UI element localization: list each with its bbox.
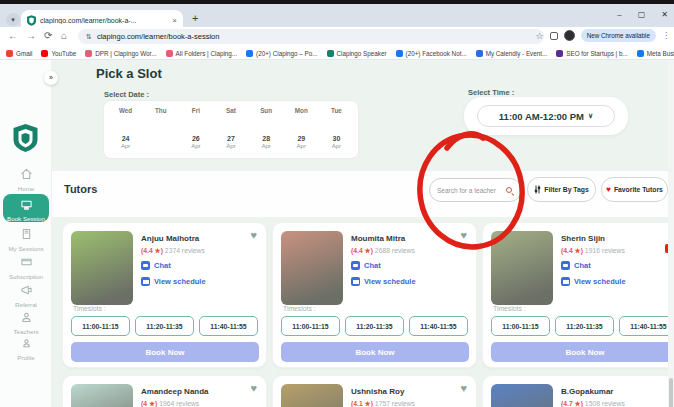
bookmark-star-icon[interactable]: ☆ — [536, 31, 544, 41]
select-time-label: Select Time : — [468, 88, 514, 97]
scrollbar-thumb[interactable] — [669, 378, 673, 407]
bookmark-item[interactable]: (20+) Clapingo – Po... — [246, 50, 317, 57]
timeslot-button[interactable]: 11:20-11:35 — [555, 316, 614, 336]
shield-icon — [327, 50, 334, 57]
calendar-icon — [351, 277, 360, 286]
bookmark-item[interactable]: Clapingo Speaker — [327, 50, 387, 57]
sidebar-item-label: Subscription — [0, 273, 52, 280]
bookmark-label: My Calendly - Event... — [486, 50, 548, 57]
chrome-update-button[interactable]: New Chrome available — [581, 29, 656, 42]
bookmark-item[interactable]: All Folders | Claping... — [166, 50, 237, 57]
bookmarks-bar: Gmail YouTube DPR | Clapingo Wor... All … — [0, 47, 674, 60]
timeslot-button[interactable]: 11:40-11:55 — [409, 316, 468, 336]
bookmark-item[interactable]: SEO for Startups | b... — [556, 50, 627, 57]
calendar-date[interactable]: 24Apr — [108, 135, 143, 150]
favorite-heart-icon[interactable]: ♥ — [250, 382, 257, 394]
favorite-tutors-label: Favorite Tutors — [614, 186, 663, 193]
timeslot-button[interactable]: 11:40-11:55 — [199, 316, 258, 336]
subscription-icon — [21, 256, 32, 268]
bookmark-item[interactable]: (20+) Facebook Not... — [396, 50, 467, 57]
address-bar[interactable]: ⇅ clapingo.com/learner/book-a-session — [78, 29, 544, 44]
view-schedule-link[interactable]: View schedule — [561, 277, 626, 286]
calendar-icon — [141, 277, 150, 286]
bookmark-item[interactable]: DPR | Clapingo Wor... — [85, 50, 156, 57]
calendar-date[interactable]: 26Apr — [178, 135, 213, 150]
sidebar-item-my-sessions[interactable]: My Sessions — [0, 226, 52, 252]
reload-icon[interactable]: ⟳ — [44, 30, 52, 41]
chat-link[interactable]: Chat — [141, 261, 171, 270]
tutor-name: B.Gopakumar — [561, 387, 613, 396]
page-scrollbar[interactable] — [668, 60, 674, 407]
view-schedule-link[interactable]: View schedule — [141, 277, 206, 286]
bookmark-item[interactable]: YouTube — [41, 50, 76, 57]
minimize-button[interactable]: – — [617, 10, 621, 19]
tab-title: clapingo.com/learner/book-a-... — [40, 17, 168, 24]
sidebar-item-home[interactable]: Home — [0, 166, 52, 192]
calendar-date[interactable]: 27Apr — [213, 135, 248, 150]
site-settings-icon[interactable]: ⇅ — [86, 33, 92, 41]
timeslot-button[interactable]: 11:20-11:35 — [135, 316, 194, 336]
chat-link[interactable]: Chat — [561, 261, 591, 270]
bookmark-label: Clapingo Speaker — [337, 50, 387, 57]
profile-avatar[interactable] — [564, 30, 575, 41]
calendar-date[interactable]: 30Apr — [319, 135, 354, 150]
time-dropdown[interactable]: 11:00 AM-12:00 PM ∨ — [477, 105, 615, 127]
view-schedule-link[interactable]: View schedule — [351, 277, 416, 286]
sidebar-item-referral[interactable]: Referral — [0, 282, 52, 308]
date-picker: WedThuFriSatSunMonTue 24Apr 25Apr 26Apr … — [103, 100, 359, 159]
home-icon — [21, 168, 32, 180]
maximize-button[interactable]: ▢ — [638, 10, 646, 19]
tutor-rating: (4 ★) 1964 reviews — [141, 400, 199, 407]
timeslot-button[interactable]: 11:40-11:55 — [619, 316, 674, 336]
tutor-card: ♥ Sherin Sijin (4.4 ★) 1916 reviews Chat… — [482, 222, 674, 368]
favorite-heart-icon[interactable]: ♥ — [460, 229, 467, 241]
extensions-icon[interactable] — [550, 32, 558, 40]
chat-icon — [351, 261, 360, 270]
timeslot-button[interactable]: 11:00-11:15 — [71, 316, 130, 336]
calendar-day-header: Tue — [319, 105, 354, 117]
close-window-button[interactable]: ✕ — [661, 10, 668, 19]
favorite-heart-icon[interactable]: ♥ — [460, 382, 467, 394]
calendar-date[interactable]: 28Apr — [249, 135, 284, 150]
sidebar-item-teachers[interactable]: Teachers — [0, 309, 52, 335]
sidebar-expand-button[interactable]: » — [44, 71, 58, 85]
sidebar-item-profile[interactable]: Profile — [0, 335, 52, 361]
tab-search-button[interactable]: ▾ — [6, 13, 20, 26]
tutor-rating: (4.1 ★) 1757 reviews — [351, 400, 415, 407]
timeslots-label: Timeslots : — [283, 305, 316, 312]
book-now-button[interactable]: Book Now — [491, 342, 674, 362]
doc-icon — [85, 50, 92, 57]
forward-icon[interactable]: → — [26, 30, 36, 41]
search-icon[interactable] — [506, 187, 512, 193]
calendar-date-selected[interactable]: 25Apr — [143, 135, 178, 150]
time-select-card: 11:00 AM-12:00 PM ∨ — [464, 97, 628, 135]
filter-by-tags-button[interactable]: Filter By Tags — [527, 177, 596, 202]
book-now-button[interactable]: Book Now — [71, 342, 259, 362]
facebook-icon — [396, 50, 403, 57]
book-now-button[interactable]: Book Now — [281, 342, 469, 362]
timeslots-label: Timeslots : — [493, 305, 526, 312]
sidebar-item-label: Book Session — [3, 215, 49, 222]
home-nav-icon[interactable]: ⌂ — [61, 30, 67, 41]
bookmark-label: (20+) Facebook Not... — [406, 50, 467, 57]
bookmark-item[interactable]: Meta Business Suite — [637, 50, 674, 57]
back-icon[interactable]: ← — [8, 30, 18, 41]
favorite-tutors-button[interactable]: ♥ Favorite Tutors — [601, 177, 668, 202]
sidebar-item-subscription[interactable]: Subscription — [0, 254, 52, 280]
browser-menu-icon[interactable]: ⋮ — [662, 31, 670, 40]
youtube-icon — [41, 50, 48, 57]
bookmark-item[interactable]: Gmail — [6, 50, 32, 57]
calendar-date[interactable]: 29Apr — [284, 135, 319, 150]
favorite-heart-icon[interactable]: ♥ — [250, 229, 257, 241]
search-input[interactable] — [437, 187, 503, 194]
tutor-card: ♥ B.Gopakumar (4.7 ★) 1508 reviews — [482, 375, 674, 407]
timeslot-button[interactable]: 11:20-11:35 — [345, 316, 404, 336]
chat-link[interactable]: Chat — [351, 261, 381, 270]
sidebar-item-book-session[interactable]: Book Session — [3, 194, 49, 222]
timeslot-button[interactable]: 11:00-11:15 — [281, 316, 340, 336]
close-tab-icon[interactable]: × — [172, 16, 177, 25]
calendar-day-header: Sat — [213, 105, 248, 117]
bookmark-item[interactable]: My Calendly - Event... — [476, 50, 548, 57]
timeslot-button[interactable]: 11:00-11:15 — [491, 316, 550, 336]
new-tab-button[interactable]: + — [192, 12, 198, 24]
